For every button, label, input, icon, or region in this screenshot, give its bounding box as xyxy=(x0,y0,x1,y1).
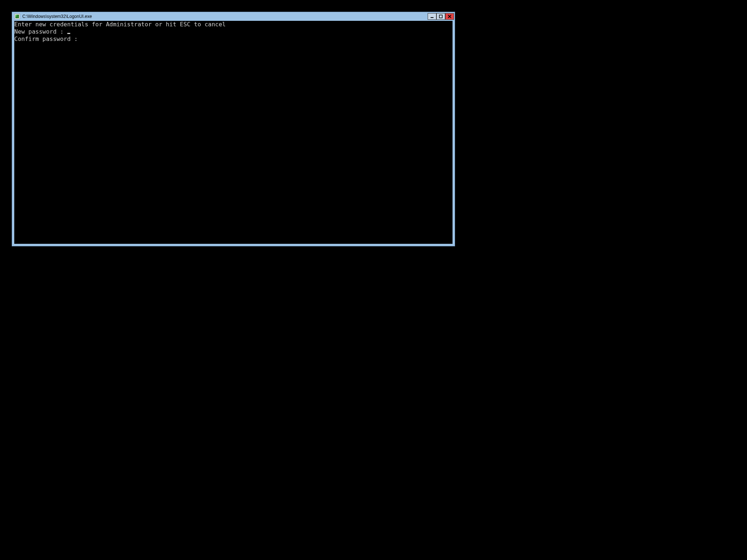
console-client-area[interactable]: Enter new credentials for Administrator … xyxy=(14,21,453,244)
svg-rect-2 xyxy=(15,15,17,16)
minimize-button[interactable] xyxy=(428,13,436,20)
new-password-label: New password : xyxy=(14,28,67,35)
new-password-line: New password : xyxy=(14,28,453,35)
window-title: C:\Windows\system32\LogonUI.exe xyxy=(22,14,428,19)
window-controls xyxy=(428,13,454,20)
app-icon xyxy=(14,14,20,19)
svg-rect-3 xyxy=(431,17,433,18)
text-cursor xyxy=(67,33,70,34)
svg-rect-4 xyxy=(439,15,442,18)
confirm-password-line: Confirm password : xyxy=(14,35,453,43)
close-button[interactable] xyxy=(445,13,454,20)
console-window: C:\Windows\system32\LogonUI.exe Enter ne xyxy=(12,12,455,246)
titlebar[interactable]: C:\Windows\system32\LogonUI.exe xyxy=(12,12,455,21)
maximize-button[interactable] xyxy=(436,13,445,20)
console-prompt-line: Enter new credentials for Administrator … xyxy=(14,21,453,28)
